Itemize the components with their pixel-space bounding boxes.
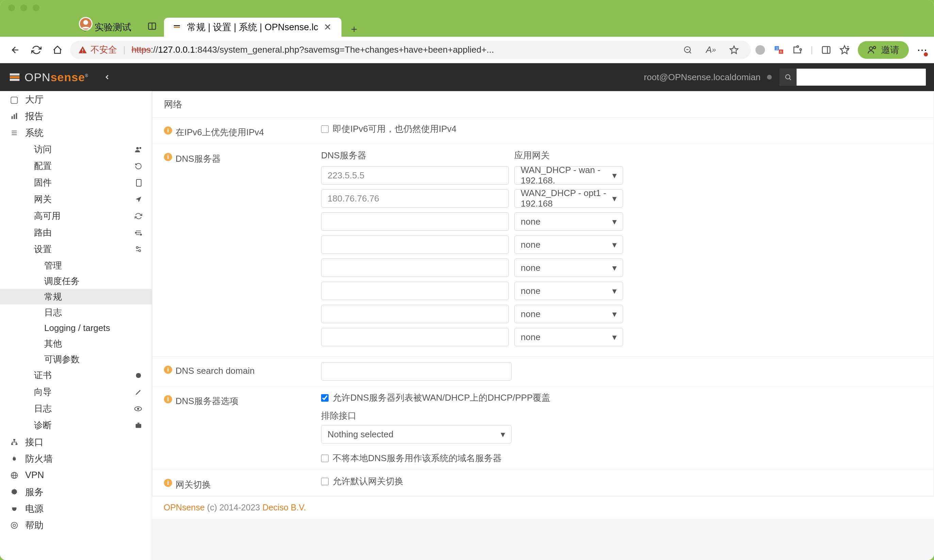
sidebar-item-admin[interactable]: 管理 (0, 258, 152, 273)
gw-switch-checkbox[interactable]: 允许默认网关切换 (321, 475, 927, 487)
opnsense-topbar: OPNsense® root@OPNsense.localdomian (0, 63, 934, 91)
svg-rect-7 (82, 52, 83, 52)
footer-company-link[interactable]: Deciso B.V. (262, 503, 306, 512)
sidebar-item-firmware[interactable]: 固件 (0, 174, 152, 191)
exclude-if-select[interactable]: Nothing selected▾ (321, 425, 511, 443)
sidebar-item-wizard[interactable]: 向导 (0, 384, 152, 400)
dns-ip-input[interactable] (321, 328, 509, 346)
new-tab-button[interactable]: ＋ (346, 21, 362, 37)
dns-gateway-select[interactable]: none▾ (514, 305, 623, 323)
dns-row: none▾ (321, 328, 927, 346)
traffic-close[interactable] (8, 5, 15, 11)
sidebar-item-cron[interactable]: 调度任务 (0, 273, 152, 289)
refresh-button[interactable] (28, 42, 45, 58)
info-icon[interactable]: i (164, 366, 172, 374)
dns-ip-input[interactable] (321, 189, 509, 208)
more-icon[interactable]: ⋯ (917, 44, 927, 56)
collapse-sidebar-button[interactable] (99, 69, 116, 86)
svg-rect-26 (10, 76, 20, 78)
sidebar-item-ha[interactable]: 高可用 (0, 208, 152, 224)
checkbox-input[interactable] (321, 455, 329, 462)
sidebar-item-config[interactable]: 配置 (0, 158, 152, 174)
back-button[interactable] (7, 42, 24, 58)
dns-gateway-select[interactable]: none▾ (514, 235, 623, 254)
sidebar-item-misc[interactable]: 其他 (0, 336, 152, 351)
panel-title: 网络 (152, 91, 934, 117)
sidebar-item-interfaces[interactable]: 接口 (0, 434, 152, 450)
checkbox-label: 允许默认网关切换 (333, 475, 403, 487)
opnsense-logo[interactable]: OPNsense® (8, 71, 88, 84)
search-input[interactable] (797, 69, 926, 86)
dns-gateway-select[interactable]: none▾ (514, 282, 623, 300)
sidebar-item-label: 设置 (34, 243, 135, 255)
sidebar-item-diag[interactable]: 诊断 (0, 417, 152, 434)
prefer-ipv4-checkbox[interactable]: 即使IPv6可用，也仍然使用IPv4 (321, 123, 927, 135)
dashboard-icon: ▢ (9, 94, 19, 105)
dns-ip-input[interactable] (321, 305, 509, 323)
traffic-min[interactable] (20, 5, 27, 11)
dns-ip-input[interactable] (321, 212, 509, 231)
sidebar-item-access[interactable]: 访问 (0, 141, 152, 158)
lifebuoy-icon (9, 522, 19, 529)
sidebar-item-vpn[interactable]: VPN (0, 467, 152, 483)
tab-opnsense[interactable]: 常规 | 设置 | 系统 | OPNsense.lc ✕ (164, 18, 341, 37)
account-dot[interactable] (755, 45, 766, 55)
translate-icon[interactable]: 文A (774, 45, 784, 55)
info-icon[interactable]: i (164, 153, 172, 161)
dns-gateway-select[interactable]: none▾ (514, 212, 623, 231)
sidebar-item-services[interactable]: 服务 (0, 483, 152, 500)
no-local-dns-checkbox[interactable]: 不将本地DNS服务用作该系统的域名服务器 (321, 452, 927, 464)
dns-gateway-select[interactable]: WAN2_DHCP - opt1 - 192.168▾ (514, 189, 623, 208)
dns-gateway-select[interactable]: none▾ (514, 328, 623, 346)
checkbox-label: 即使IPv6可用，也仍然使用IPv4 (333, 123, 457, 135)
url-bar[interactable]: 不安全 | https://127.0.0.1:8443/system_gene… (70, 41, 751, 59)
sidebar-item-label: VPN (25, 470, 142, 480)
tab-label: 实验测试 (94, 21, 131, 33)
row-dns-servers: iDNS服务器 DNS服务器 应用网关 WAN_DHCP - wan - 192… (152, 144, 934, 357)
extensions-icon[interactable] (792, 45, 802, 55)
footer-brand-link[interactable]: OPNsense (164, 503, 205, 512)
profile-avatar[interactable] (79, 17, 93, 31)
favorites-hub-icon[interactable] (840, 45, 850, 55)
sidebar-item-system[interactable]: 系统 (0, 125, 152, 141)
sidebar-item-lobby[interactable]: ▢ 大厅 (0, 91, 152, 108)
sidebar-icon[interactable] (821, 45, 831, 55)
sidebar-item-cert[interactable]: 证书 (0, 367, 152, 384)
favorite-icon[interactable] (726, 42, 743, 58)
dns-gateway-select[interactable]: WAN_DHCP - wan - 192.168.▾ (514, 166, 623, 185)
dns-ip-input[interactable] (321, 166, 509, 185)
tab-split-icon[interactable] (144, 18, 161, 35)
sidebar-item-logging-targets[interactable]: Logging / targets (0, 320, 152, 336)
sidebar-item-general[interactable]: 常规 (0, 289, 152, 305)
zoom-out-icon[interactable] (679, 42, 696, 58)
search-button[interactable] (780, 69, 797, 86)
invite-button[interactable]: 邀请 (858, 41, 909, 59)
sidebar-item-log[interactable]: 日志 (0, 305, 152, 320)
sidebar-item-firewall[interactable]: 防火墙 (0, 450, 152, 467)
sidebar-item-settings[interactable]: 设置 (0, 241, 152, 258)
sidebar-item-tunable[interactable]: 可调参数 (0, 351, 152, 367)
traffic-max[interactable] (32, 5, 39, 11)
info-icon[interactable]: i (164, 126, 172, 135)
home-button[interactable] (49, 42, 66, 58)
dns-ip-input[interactable] (321, 235, 509, 254)
sidebar-item-syslog[interactable]: 日志 (0, 400, 152, 417)
close-icon[interactable]: ✕ (323, 22, 333, 32)
dns-search-input[interactable] (321, 362, 511, 381)
info-icon[interactable]: i (164, 479, 172, 487)
checkbox-input[interactable] (321, 125, 329, 133)
checkbox-input[interactable] (321, 478, 329, 485)
svg-marker-11 (730, 46, 738, 53)
dns-ip-input[interactable] (321, 282, 509, 300)
sidebar-item-route[interactable]: 路由 (0, 224, 152, 241)
sidebar-item-power[interactable]: 电源 (0, 500, 152, 517)
dns-override-checkbox[interactable]: 允许DNS服务器列表被WAN/DHCP上的DHCP/PPP覆盖 (321, 392, 927, 404)
sidebar-item-report[interactable]: 报告 (0, 108, 152, 125)
dns-ip-input[interactable] (321, 258, 509, 277)
sidebar-item-help[interactable]: 帮助 (0, 517, 152, 534)
sidebar-item-gateway[interactable]: 网关 (0, 191, 152, 208)
checkbox-input[interactable] (321, 394, 329, 402)
dns-gateway-select[interactable]: none▾ (514, 258, 623, 277)
info-icon[interactable]: i (164, 395, 172, 403)
read-aloud-icon[interactable]: A» (702, 42, 719, 58)
